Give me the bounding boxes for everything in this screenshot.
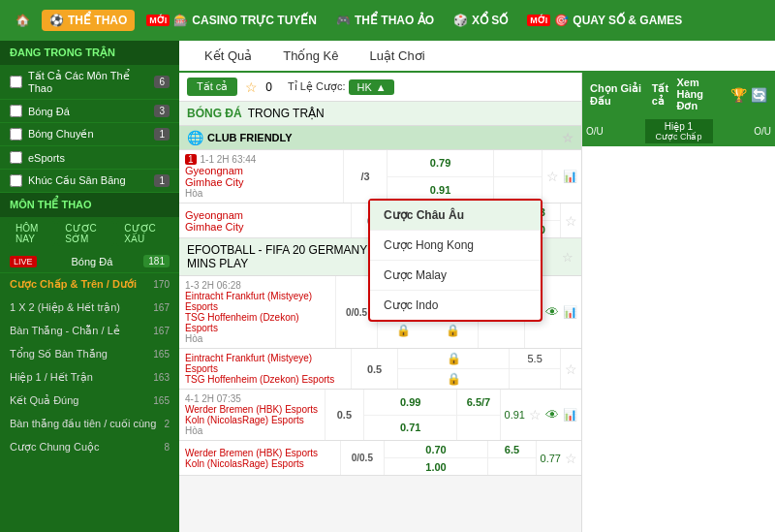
bet-lock-2-ef2[interactable]: 🔒 (398, 369, 509, 389)
bong-da-checkbox[interactable] (10, 105, 22, 117)
chon-giai-dau-container: Chọn Giải Đấu Tất cả (590, 82, 677, 108)
ou-cols-ef3: 6.5/7 (457, 390, 500, 440)
refresh-icon[interactable]: 🔄 (751, 87, 767, 103)
match-teams-m1[interactable]: Gyeongnam Gimhae City (185, 165, 337, 188)
team2-ef3[interactable]: Koln (NicolasRage) Esports (185, 415, 319, 425)
bet-type-ban-thang[interactable]: Bàn Thắng - Chẵn / Lẻ 167 (0, 320, 179, 343)
chart-icon-ef1[interactable]: 📊 (563, 305, 577, 319)
bet-type-chung-cuoc[interactable]: Cược Chung Cuộc 8 (0, 436, 179, 459)
hom-nay-tab[interactable]: HÔM NAY (8, 221, 55, 246)
odds-option-indo[interactable]: Cược Indo (370, 291, 541, 320)
odds-option-malay[interactable]: Cược Malay (370, 261, 541, 291)
bet-type-tong-so[interactable]: Tổng Số Bàn Thắng 165 (0, 343, 179, 366)
match-result-ef1: Hòa (185, 333, 329, 344)
tab-luat-choi[interactable]: Luật Chơi (354, 41, 440, 73)
quay-so-icon: 🎯 (554, 14, 569, 27)
bet-type-ban-thang-dau[interactable]: Bàn thắng đầu tiên / cuối cùng 2 (0, 413, 179, 436)
match-teams-ef1[interactable]: Eintracht Frankfurt (Mistyeye) Esports T… (185, 291, 329, 333)
odds-option-hong-kong[interactable]: Cược Hong Kong (370, 231, 541, 261)
sidebar-item-all-sports[interactable]: Tất Cả Các Môn Thể Thao 6 (0, 65, 179, 100)
table-row: 4-1 2H 07:35 Werder Bremen (HBK) Esports… (179, 390, 581, 441)
match-star-m2[interactable]: ☆ (565, 213, 577, 229)
bet-type-1x2[interactable]: 1 X 2 (Hiệp & Hết trận) 167 (0, 297, 179, 320)
right-col-headers: O/U Hiệp 1 Cược Chấp O/U (582, 116, 775, 146)
eye-icon-ef1[interactable]: 👁 (545, 304, 559, 320)
home-nav-item[interactable]: 🏠 (8, 10, 38, 31)
efootball-star[interactable]: ☆ (562, 250, 574, 265)
bet-row-1-ef3: 0.99 (364, 390, 456, 416)
tab-ket-qua[interactable]: Kết Quả (189, 41, 267, 73)
match-teams-ef2[interactable]: Eintracht Frankfurt (Mistyeye) Esports T… (185, 353, 345, 385)
team1-ef2[interactable]: Eintracht Frankfurt (Mistyeye) Esports (185, 353, 345, 374)
xo-so-icon: 🎲 (453, 14, 468, 27)
ou-cell-2-ef3 (457, 416, 499, 441)
bet-val-1-ef3[interactable]: 0.99 (364, 390, 456, 415)
match-time: 1-1 2H 63:44 (201, 154, 257, 165)
tab-thong-ke[interactable]: Thống Kê (267, 41, 354, 73)
ou-cell-1-ef3: 6.5/7 (457, 390, 499, 416)
sidebar-item-esports[interactable]: eSports (0, 146, 179, 170)
cuoc-som-tab[interactable]: CƯỢC SỚM (57, 221, 114, 246)
nav-quay-so[interactable]: MỚI 🎯 QUAY SỐ & GAMES (519, 10, 690, 31)
odds-type-dropdown[interactable]: HK ▲ (349, 79, 393, 95)
chon-value[interactable]: Tất cả (652, 82, 677, 108)
chart-icon-ef3[interactable]: 📊 (563, 408, 577, 422)
team1-ef3[interactable]: Werder Bremen (HBK) Esports (185, 404, 319, 415)
nav-xo-so[interactable]: 🎲 XỔ SỐ (446, 10, 515, 31)
cuoc-xau-tab[interactable]: CƯỢC XẤU (116, 221, 171, 246)
team2-ef2[interactable]: TSG Hoffenheim (Dzekon) Esports (185, 374, 345, 385)
team1-ef4[interactable]: Werder Bremen (HBK) Esports (185, 448, 334, 458)
nav-the-thao[interactable]: ⚽ THỂ THAO (42, 10, 135, 31)
top-navigation: 🏠 ⚽ THỂ THAO MỚI 🎰 CASINO TRỰC TUYẾN 🎮 T… (0, 0, 775, 41)
team2-ef1[interactable]: TSG Hoffenheim (Dzekon) Esports (185, 312, 329, 333)
match-star-ef3[interactable]: ☆ (529, 407, 542, 422)
chart-icon-m1[interactable]: 📊 (563, 170, 577, 183)
bet-chap-label: Cược Chấp & Trên / Dưới (10, 278, 137, 291)
match-star-ef2[interactable]: ☆ (565, 361, 577, 377)
sidebar-item-bong-da[interactable]: Bóng Đá 3 (0, 100, 179, 123)
filter-star-icon[interactable]: ☆ (245, 79, 258, 95)
team2-m1[interactable]: Gimhae City (185, 176, 337, 188)
bet-type-chap[interactable]: Cược Chấp & Trên / Dưới 170 (0, 273, 179, 297)
team1-ef1[interactable]: Eintracht Frankfurt (Mistyeye) Esports (185, 291, 329, 312)
the-thao-icon: ⚽ (49, 14, 64, 27)
bong-chuyen-checkbox[interactable] (10, 128, 22, 141)
bet-val-2-ef3[interactable]: 0.71 (364, 416, 456, 441)
match-meta-ef1: 1-3 2H 06:28 (185, 280, 329, 291)
khuc-cau-checkbox[interactable] (10, 174, 22, 187)
all-sports-checkbox[interactable] (10, 76, 22, 88)
casino-icon: 🎰 (173, 14, 188, 27)
sidebar-bong-da-sport[interactable]: LIVE Bóng Đá 181 (0, 250, 179, 273)
bet-row-2-ef4: 1.00 (385, 458, 487, 475)
sidebar-item-bong-chuyen[interactable]: Bóng Chuyền 1 (0, 123, 179, 146)
team2-ef4[interactable]: Koln (NicolasRage) Esports (185, 458, 334, 469)
match-star-ef4[interactable]: ☆ (565, 451, 577, 466)
filter-bar: Tất cả ☆ 0 Tỉ Lệ Cược: HK ▲ (179, 73, 581, 102)
match-result-ef3: Hòa (185, 425, 319, 436)
odds-option-chau-au[interactable]: Cược Châu Âu (370, 201, 541, 231)
bet-val-1-ef4[interactable]: 0.70 (385, 441, 487, 457)
bet-val-2-ef4[interactable]: 1.00 (385, 458, 487, 475)
bong-da-sport-count: 181 (143, 255, 170, 267)
sidebar-item-khuc-cau[interactable]: Khúc Cầu Sân Băng 1 (0, 170, 179, 193)
match-teams-m2[interactable]: Gyeongnam Gimhae City (185, 209, 345, 233)
bet-type-hiep1[interactable]: Hiệp 1 / Hết Trận 163 (0, 366, 179, 390)
club-friendly-star[interactable]: ☆ (562, 131, 574, 145)
bet-type-ket-qua[interactable]: Kết Quả Đúng 165 (0, 390, 179, 413)
nav-casino[interactable]: MỚI 🎰 CASINO TRỰC TUYẾN (139, 10, 325, 31)
team2-m2[interactable]: Gimhae City (185, 221, 345, 233)
nav-the-thao-ao[interactable]: 🎮 THỂ THAO ẢO (328, 10, 442, 31)
matches-panel: Tất cả ☆ 0 Tỉ Lệ Cược: HK ▲ Cược Châu Âu… (179, 73, 581, 532)
bet-lock-1-ef2[interactable]: 🔒 (398, 349, 509, 368)
bet-cell-home[interactable]: 0.79 (388, 150, 492, 176)
mon-the-thao-title: MÔN THỂ THAO (0, 193, 179, 217)
filter-all-button[interactable]: Tất cả (187, 78, 237, 96)
match-star-m1[interactable]: ☆ (546, 169, 559, 184)
team1-m1[interactable]: Gyeongnam (185, 165, 337, 176)
eye-icon-ef3[interactable]: 👁 (545, 407, 559, 422)
match-teams-ef4[interactable]: Werder Bremen (HBK) Esports Koln (Nicola… (185, 448, 334, 469)
team1-m2[interactable]: Gyeongnam (185, 209, 345, 221)
esports-checkbox[interactable] (10, 151, 22, 164)
match-teams-ef3[interactable]: Werder Bremen (HBK) Esports Koln (Nicola… (185, 404, 319, 425)
rp-ou-header: O/U (586, 126, 645, 137)
